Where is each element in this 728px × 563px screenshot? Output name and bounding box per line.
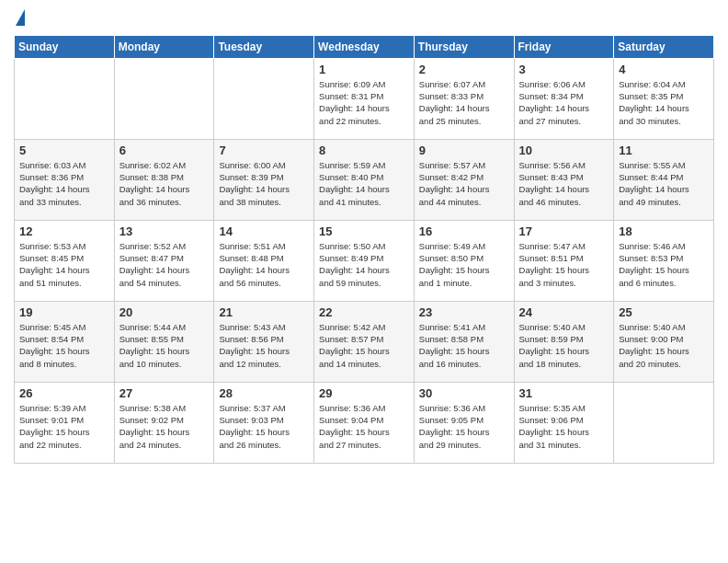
day-number: 16 — [419, 224, 509, 238]
day-info: Sunrise: 5:59 AM Sunset: 8:40 PM Dayligh… — [319, 159, 409, 208]
calendar-cell: 3Sunrise: 6:06 AM Sunset: 8:34 PM Daylig… — [514, 58, 614, 139]
day-number: 11 — [619, 144, 709, 157]
day-number: 5 — [19, 144, 109, 157]
calendar-week-row: 12Sunrise: 5:53 AM Sunset: 8:45 PM Dayli… — [15, 220, 714, 301]
calendar-week-row: 1Sunrise: 6:09 AM Sunset: 8:31 PM Daylig… — [15, 58, 714, 139]
day-number: 13 — [119, 224, 210, 238]
calendar-cell: 17Sunrise: 5:47 AM Sunset: 8:51 PM Dayli… — [514, 220, 614, 301]
calendar-page: SundayMondayTuesdayWednesdayThursdayFrid… — [0, 0, 728, 477]
day-info: Sunrise: 5:46 AM Sunset: 8:53 PM Dayligh… — [619, 240, 709, 289]
day-number: 30 — [419, 386, 509, 400]
calendar-cell: 10Sunrise: 5:56 AM Sunset: 8:43 PM Dayli… — [514, 139, 614, 220]
day-info: Sunrise: 5:56 AM Sunset: 8:43 PM Dayligh… — [519, 159, 609, 208]
calendar-cell: 16Sunrise: 5:49 AM Sunset: 8:50 PM Dayli… — [414, 220, 514, 301]
day-info: Sunrise: 5:47 AM Sunset: 8:51 PM Dayligh… — [519, 240, 609, 289]
calendar-cell — [15, 58, 115, 139]
day-info: Sunrise: 5:38 AM Sunset: 9:02 PM Dayligh… — [119, 402, 210, 451]
day-info: Sunrise: 5:49 AM Sunset: 8:50 PM Dayligh… — [419, 240, 509, 289]
calendar-cell: 24Sunrise: 5:40 AM Sunset: 8:59 PM Dayli… — [514, 301, 614, 382]
day-info: Sunrise: 6:07 AM Sunset: 8:33 PM Dayligh… — [419, 78, 509, 127]
day-number: 10 — [519, 144, 609, 157]
logo — [14, 9, 25, 28]
day-number: 29 — [319, 386, 409, 400]
day-info: Sunrise: 5:40 AM Sunset: 9:00 PM Dayligh… — [619, 321, 709, 370]
day-info: Sunrise: 6:06 AM Sunset: 8:34 PM Dayligh… — [519, 78, 609, 127]
day-info: Sunrise: 5:57 AM Sunset: 8:42 PM Dayligh… — [419, 159, 509, 208]
calendar-cell: 8Sunrise: 5:59 AM Sunset: 8:40 PM Daylig… — [314, 139, 415, 220]
logo-triangle-icon — [16, 9, 25, 26]
day-info: Sunrise: 6:09 AM Sunset: 8:31 PM Dayligh… — [319, 78, 409, 127]
day-number: 27 — [119, 386, 210, 400]
day-number: 31 — [519, 386, 609, 400]
calendar-cell: 7Sunrise: 6:00 AM Sunset: 8:39 PM Daylig… — [214, 139, 314, 220]
day-info: Sunrise: 5:44 AM Sunset: 8:55 PM Dayligh… — [119, 321, 210, 370]
calendar-body: 1Sunrise: 6:09 AM Sunset: 8:31 PM Daylig… — [15, 58, 714, 463]
calendar-cell: 6Sunrise: 6:02 AM Sunset: 8:38 PM Daylig… — [114, 139, 214, 220]
calendar-cell: 27Sunrise: 5:38 AM Sunset: 9:02 PM Dayli… — [114, 382, 214, 463]
weekday-header-friday: Friday — [514, 35, 614, 58]
day-info: Sunrise: 5:52 AM Sunset: 8:47 PM Dayligh… — [119, 240, 210, 289]
calendar-cell: 21Sunrise: 5:43 AM Sunset: 8:56 PM Dayli… — [214, 301, 314, 382]
calendar-cell: 22Sunrise: 5:42 AM Sunset: 8:57 PM Dayli… — [314, 301, 415, 382]
calendar-cell — [114, 58, 214, 139]
day-info: Sunrise: 5:40 AM Sunset: 8:59 PM Dayligh… — [519, 321, 609, 370]
calendar-table: SundayMondayTuesdayWednesdayThursdayFrid… — [14, 35, 714, 464]
calendar-cell: 2Sunrise: 6:07 AM Sunset: 8:33 PM Daylig… — [414, 58, 514, 139]
calendar-cell: 4Sunrise: 6:04 AM Sunset: 8:35 PM Daylig… — [614, 58, 714, 139]
day-info: Sunrise: 5:37 AM Sunset: 9:03 PM Dayligh… — [219, 402, 309, 451]
day-info: Sunrise: 6:02 AM Sunset: 8:38 PM Dayligh… — [119, 159, 210, 208]
calendar-cell: 29Sunrise: 5:36 AM Sunset: 9:04 PM Dayli… — [314, 382, 415, 463]
day-number: 28 — [219, 386, 309, 400]
calendar-cell: 9Sunrise: 5:57 AM Sunset: 8:42 PM Daylig… — [414, 139, 514, 220]
day-number: 12 — [19, 224, 109, 238]
day-number: 17 — [519, 224, 609, 238]
day-info: Sunrise: 5:42 AM Sunset: 8:57 PM Dayligh… — [319, 321, 409, 370]
weekday-header-monday: Monday — [114, 35, 214, 58]
day-info: Sunrise: 5:35 AM Sunset: 9:06 PM Dayligh… — [519, 402, 609, 451]
day-number: 24 — [519, 305, 609, 319]
day-number: 9 — [419, 144, 509, 157]
day-info: Sunrise: 5:43 AM Sunset: 8:56 PM Dayligh… — [219, 321, 309, 370]
day-info: Sunrise: 6:03 AM Sunset: 8:36 PM Dayligh… — [19, 159, 109, 208]
calendar-cell — [614, 382, 714, 463]
calendar-cell: 25Sunrise: 5:40 AM Sunset: 9:00 PM Dayli… — [614, 301, 714, 382]
weekday-header-wednesday: Wednesday — [314, 35, 415, 58]
calendar-cell: 14Sunrise: 5:51 AM Sunset: 8:48 PM Dayli… — [214, 220, 314, 301]
day-info: Sunrise: 5:36 AM Sunset: 9:05 PM Dayligh… — [419, 402, 509, 451]
calendar-cell: 23Sunrise: 5:41 AM Sunset: 8:58 PM Dayli… — [414, 301, 514, 382]
calendar-cell: 15Sunrise: 5:50 AM Sunset: 8:49 PM Dayli… — [314, 220, 415, 301]
day-info: Sunrise: 5:39 AM Sunset: 9:01 PM Dayligh… — [19, 402, 109, 451]
weekday-header-sunday: Sunday — [15, 35, 115, 58]
calendar-week-row: 19Sunrise: 5:45 AM Sunset: 8:54 PM Dayli… — [15, 301, 714, 382]
day-number: 1 — [319, 63, 409, 76]
day-info: Sunrise: 6:04 AM Sunset: 8:35 PM Dayligh… — [619, 78, 709, 127]
calendar-cell — [214, 58, 314, 139]
day-info: Sunrise: 6:00 AM Sunset: 8:39 PM Dayligh… — [219, 159, 309, 208]
calendar-cell: 26Sunrise: 5:39 AM Sunset: 9:01 PM Dayli… — [15, 382, 115, 463]
day-info: Sunrise: 5:53 AM Sunset: 8:45 PM Dayligh… — [19, 240, 109, 289]
day-info: Sunrise: 5:41 AM Sunset: 8:58 PM Dayligh… — [419, 321, 509, 370]
day-number: 3 — [519, 63, 609, 76]
day-info: Sunrise: 5:55 AM Sunset: 8:44 PM Dayligh… — [619, 159, 709, 208]
day-number: 18 — [619, 224, 709, 238]
day-number: 7 — [219, 144, 309, 157]
calendar-week-row: 5Sunrise: 6:03 AM Sunset: 8:36 PM Daylig… — [15, 139, 714, 220]
day-info: Sunrise: 5:45 AM Sunset: 8:54 PM Dayligh… — [19, 321, 109, 370]
calendar-cell: 31Sunrise: 5:35 AM Sunset: 9:06 PM Dayli… — [514, 382, 614, 463]
header — [14, 9, 714, 28]
day-number: 8 — [319, 144, 409, 157]
day-number: 25 — [619, 305, 709, 319]
day-info: Sunrise: 5:50 AM Sunset: 8:49 PM Dayligh… — [319, 240, 409, 289]
day-number: 4 — [619, 63, 709, 76]
calendar-cell: 1Sunrise: 6:09 AM Sunset: 8:31 PM Daylig… — [314, 58, 415, 139]
day-number: 6 — [119, 144, 210, 157]
day-number: 26 — [19, 386, 109, 400]
day-number: 20 — [119, 305, 210, 319]
day-number: 15 — [319, 224, 409, 238]
day-number: 22 — [319, 305, 409, 319]
calendar-header: SundayMondayTuesdayWednesdayThursdayFrid… — [15, 35, 714, 58]
day-number: 2 — [419, 63, 509, 76]
weekday-header-tuesday: Tuesday — [214, 35, 314, 58]
calendar-cell: 18Sunrise: 5:46 AM Sunset: 8:53 PM Dayli… — [614, 220, 714, 301]
calendar-cell: 5Sunrise: 6:03 AM Sunset: 8:36 PM Daylig… — [15, 139, 115, 220]
